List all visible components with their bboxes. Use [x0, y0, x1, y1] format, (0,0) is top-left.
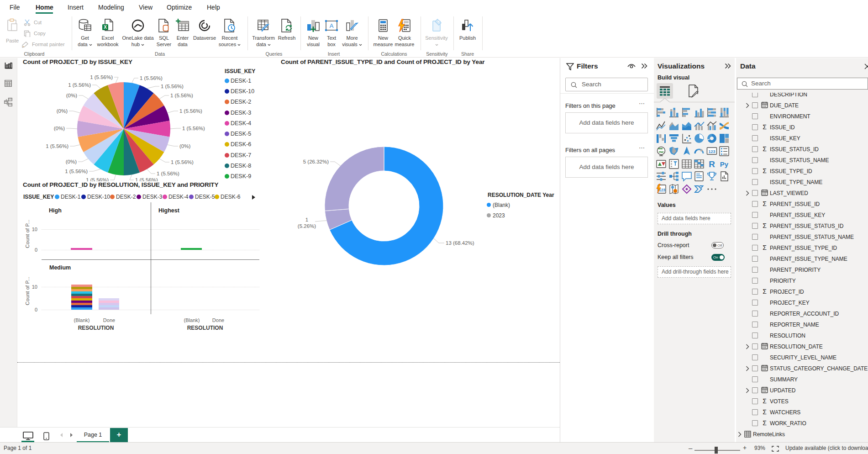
svg-text:(0%): (0%) [57, 108, 68, 114]
svg-text:1 (5.56%): 1 (5.56%) [90, 74, 113, 80]
svg-text:5 (26.32%): 5 (26.32%) [303, 159, 329, 164]
svg-text:1 (5.56%): 1 (5.56%) [46, 143, 68, 149]
svg-text:13 (68.42%): 13 (68.42%) [446, 240, 474, 246]
svg-text:Py: Py [720, 160, 729, 168]
svg-text:1 (5.56%): 1 (5.56%) [157, 171, 179, 176]
svg-text:1 (5.56%): 1 (5.56%) [182, 126, 205, 131]
svg-text:R: R [709, 159, 715, 169]
svg-text:(5.26%): (5.26%) [298, 223, 316, 229]
svg-text:X: X [104, 25, 107, 30]
svg-text:1 (5.56%): 1 (5.56%) [161, 84, 184, 89]
svg-text:1 (5.56%): 1 (5.56%) [86, 177, 109, 181]
svg-text:1 (5.56%): 1 (5.56%) [171, 159, 194, 165]
svg-text:(0%): (0%) [179, 143, 190, 149]
svg-text:(0%): (0%) [66, 159, 77, 164]
svg-text:1 (5.56%): 1 (5.56%) [179, 108, 202, 114]
svg-text:A: A [330, 22, 334, 29]
svg-text:1 (5.56%): 1 (5.56%) [170, 93, 193, 98]
svg-text:1 (5.56%): 1 (5.56%) [65, 169, 88, 174]
svg-text:(0%): (0%) [66, 93, 77, 98]
svg-text:123: 123 [708, 149, 715, 154]
svg-text:1 (5.56%): 1 (5.56%) [68, 82, 91, 88]
svg-text:1: 1 [305, 217, 308, 222]
svg-text:1 (5.56%): 1 (5.56%) [140, 75, 163, 81]
svg-text:1 (5.56%): 1 (5.56%) [135, 177, 158, 181]
svg-text:(0%): (0%) [54, 126, 65, 131]
